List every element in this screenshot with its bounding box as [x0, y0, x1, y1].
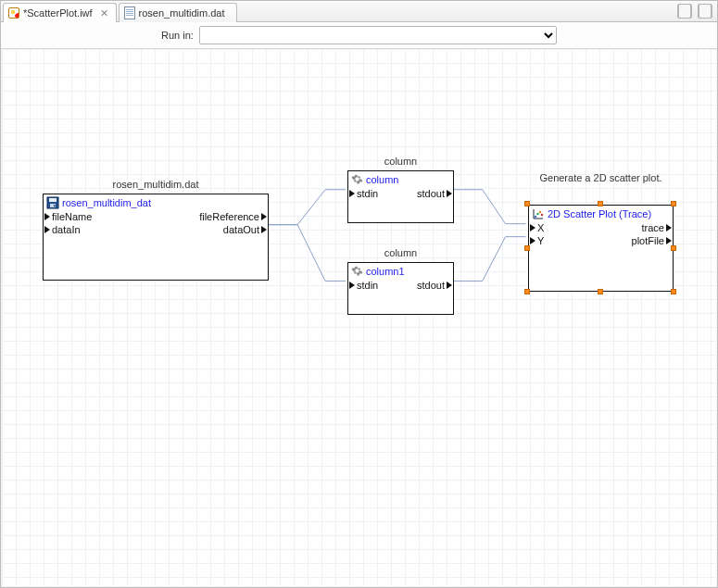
node-title-text: column1: [366, 266, 405, 277]
node-column[interactable]: column stdin stdout: [347, 170, 454, 223]
selection-handle-se[interactable]: [671, 289, 676, 294]
tab-scatterplot-iwf[interactable]: *ScatterPlot.iwf ✕: [3, 3, 117, 22]
close-icon[interactable]: ✕: [100, 8, 108, 19]
selection-handle-ne[interactable]: [671, 201, 676, 206]
floppy-icon: [46, 196, 59, 209]
maximize-icon[interactable]: [698, 4, 712, 19]
port-out-trace[interactable]: trace: [642, 222, 673, 233]
port-out-dataOut[interactable]: dataOut: [223, 224, 268, 235]
wire-column-to-x: [452, 190, 526, 224]
connection-layer: [2, 49, 716, 586]
selection-handle-s[interactable]: [598, 289, 603, 294]
run-bar: Run in:: [1, 22, 717, 49]
selection-handle-sw[interactable]: [524, 289, 530, 294]
selection-handle-e[interactable]: [671, 245, 676, 251]
gear-icon: [351, 173, 363, 185]
node-column1[interactable]: column1 stdin stdout: [347, 262, 454, 315]
scatter-plot-icon: [532, 207, 545, 220]
view-controls: [677, 4, 712, 19]
node-title-text: rosen_multidim_dat: [62, 197, 151, 208]
svg-point-6: [535, 216, 536, 218]
selection-handle-w[interactable]: [524, 245, 530, 251]
node-title: 2D Scatter Plot (Trace): [529, 206, 673, 220]
port-in-stdin[interactable]: stdin: [348, 280, 378, 291]
port-out-fileReference[interactable]: fileReference: [199, 211, 268, 222]
tab-rosen-dat[interactable]: rosen_multidim.dat: [119, 3, 237, 22]
node-caption-file: rosen_multidim.dat: [43, 179, 269, 190]
svg-rect-3: [54, 205, 56, 207]
tab-label: *ScatterPlot.iwf: [19, 7, 96, 19]
svg-rect-1: [49, 198, 57, 202]
workflow-canvas[interactable]: rosen_multidim.dat rosen_multidim_dat fi…: [2, 49, 716, 586]
port-in-stdin[interactable]: stdin: [348, 188, 378, 199]
svg-point-9: [541, 214, 543, 216]
svg-point-8: [539, 211, 541, 213]
file-icon: [124, 6, 135, 19]
wire-file-to-column1: [268, 225, 346, 281]
node-file[interactable]: rosen_multidim_dat fileName dataIn fileR…: [43, 194, 269, 281]
port-in-dataIn[interactable]: dataIn: [44, 224, 81, 235]
run-in-select[interactable]: [199, 26, 557, 44]
node-title-text: column: [366, 174, 398, 185]
port-out-stdout[interactable]: stdout: [417, 280, 453, 291]
port-out-stdout[interactable]: stdout: [417, 188, 453, 199]
workflow-icon: [8, 7, 19, 19]
svg-point-7: [536, 213, 538, 215]
port-in-x[interactable]: X: [529, 222, 544, 233]
run-in-label: Run in:: [161, 30, 194, 41]
wire-file-to-column: [268, 190, 346, 225]
node-title: rosen_multidim_dat: [44, 194, 268, 209]
gear-icon: [351, 265, 363, 277]
tab-label: rosen_multidim.dat: [135, 7, 229, 19]
node-scatter[interactable]: 2D Scatter Plot (Trace) X Y trace plotFi…: [528, 205, 674, 292]
node-title: column: [348, 171, 453, 185]
editor-window: *ScatterPlot.iwf ✕ rosen_multidim.dat Ru…: [0, 0, 718, 588]
node-title: column1: [348, 263, 453, 277]
wire-column1-to-y: [452, 237, 526, 281]
minimize-icon[interactable]: [677, 4, 692, 19]
port-out-plotFile[interactable]: plotFile: [632, 235, 673, 246]
tab-bar: *ScatterPlot.iwf ✕ rosen_multidim.dat: [1, 1, 717, 22]
node-caption-column: column: [347, 156, 454, 167]
port-in-fileName[interactable]: fileName: [44, 211, 92, 222]
port-in-y[interactable]: Y: [529, 235, 544, 246]
node-caption-column1: column: [347, 247, 454, 258]
node-caption-scatter: Generate a 2D scatter plot.: [528, 172, 674, 183]
selection-handle-nw[interactable]: [524, 201, 530, 206]
selection-handle-n[interactable]: [598, 201, 603, 206]
node-title-text: 2D Scatter Plot (Trace): [548, 208, 651, 219]
